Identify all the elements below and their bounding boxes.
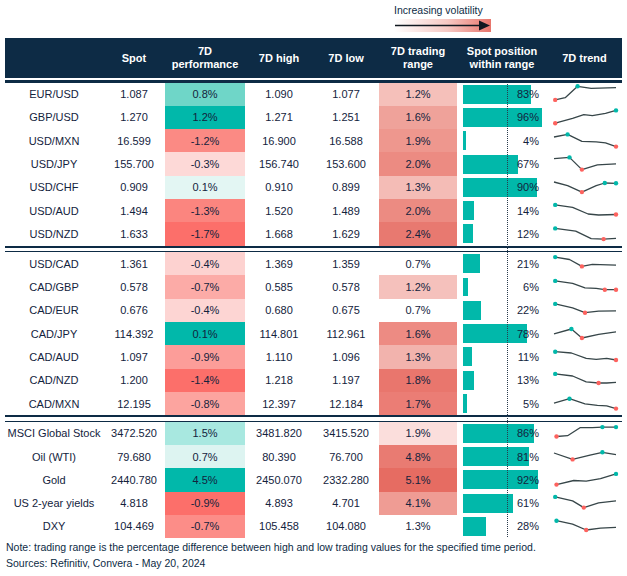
trend-cell [547, 83, 622, 106]
table-block-3: MSCI Global Stock3472.5201.5%3481.820341… [5, 422, 622, 538]
spot-position-label: 22% [517, 304, 539, 316]
trend-sparkline [551, 422, 619, 444]
trend-sparkline [551, 323, 619, 345]
spark-low-dot [596, 381, 600, 385]
trend-sparkline [551, 176, 619, 198]
trend-sparkline [551, 369, 619, 391]
low-value: 4.701 [313, 492, 379, 515]
instrument-label: CAD/AUD [5, 345, 103, 368]
spark-low-dot [613, 358, 617, 362]
spark-high-dot [613, 472, 617, 476]
table-row: CAD/GBP0.578-0.7%0.5850.5781.2%6% [5, 275, 622, 298]
spot-position-cell: 14% [457, 199, 547, 222]
instrument-label: USD/CHF [5, 176, 103, 199]
low-value: 153.600 [313, 152, 379, 175]
trend-cell [547, 199, 622, 222]
spot-value: 1.633 [103, 222, 165, 245]
spark-high-dot [613, 181, 617, 185]
column-header-spot: Spot [103, 52, 165, 65]
trading-range-cell: 0.7% [379, 299, 457, 322]
performance-cell: -1.4% [165, 369, 245, 392]
spot-value: 104.469 [103, 515, 165, 538]
low-value: 0.675 [313, 299, 379, 322]
spark-low-dot [553, 121, 557, 125]
trend-cell [547, 106, 622, 129]
trading-range-cell: 5.1% [379, 468, 457, 491]
spot-value: 0.676 [103, 299, 165, 322]
performance-cell: 0.8% [165, 83, 245, 106]
table-row: GBP/USD1.2701.2%1.2711.2511.6%96% [5, 106, 622, 129]
trading-range-cell: 1.2% [379, 275, 457, 298]
spark-low-dot [602, 288, 606, 292]
performance-cell: 0.7% [165, 445, 245, 468]
spark-high-dot [602, 181, 606, 185]
spark-low-dot [579, 167, 583, 171]
spot-position-cell: 96% [457, 106, 547, 129]
trend-sparkline [551, 446, 619, 468]
low-value: 112.961 [313, 322, 379, 345]
performance-cell: 0.1% [165, 176, 245, 199]
spark-high-dot [554, 519, 558, 523]
spot-position-bar [463, 371, 474, 390]
table-row: DXY104.469-0.7%105.458104.0801.3%28% [5, 515, 622, 538]
spark-high-dot [567, 396, 571, 400]
trend-cell [547, 176, 622, 199]
spot-value: 12.195 [103, 392, 165, 415]
table-row: USD/AUD1.494-1.3%1.5201.4892.0%14% [5, 199, 622, 222]
trend-cell [547, 252, 622, 275]
instrument-label: Gold [5, 468, 103, 491]
instrument-label: USD/MXN [5, 129, 103, 152]
trend-sparkline [551, 276, 619, 298]
table-row: USD/CAD1.361-0.4%1.3691.3590.7%21% [5, 252, 622, 275]
high-value: 1.520 [245, 199, 313, 222]
low-value: 1.489 [313, 199, 379, 222]
high-value: 1.668 [245, 222, 313, 245]
spot-position-cell: 4% [457, 129, 547, 152]
spark-low-dot [613, 144, 617, 148]
low-value: 1.251 [313, 106, 379, 129]
spot-value: 1.270 [103, 106, 165, 129]
trading-range-cell: 4.1% [379, 492, 457, 515]
high-value: 0.910 [245, 176, 313, 199]
spot-position-bar [463, 301, 481, 320]
spot-position-label: 11% [518, 351, 539, 363]
spark-low-dot [613, 212, 617, 216]
spot-value: 1.361 [103, 252, 165, 275]
trading-range-cell: 2.0% [379, 199, 457, 222]
low-value: 2332.280 [313, 468, 379, 491]
high-value: 0.680 [245, 299, 313, 322]
spark-high-dot [553, 372, 557, 376]
column-header-7d-trend: 7D trend [547, 52, 622, 65]
trend-sparkline [551, 130, 619, 152]
spark-low-dot [584, 528, 588, 532]
spot-value: 1.087 [103, 83, 165, 106]
trend-sparkline [551, 83, 619, 105]
spark-high-dot [553, 255, 557, 259]
instrument-label: Oil (WTI) [5, 445, 103, 468]
trend-cell [547, 422, 622, 445]
spot-value: 1.200 [103, 369, 165, 392]
high-value: 1.110 [245, 345, 313, 368]
trend-cell [547, 322, 622, 345]
trading-range-cell: 1.9% [379, 422, 457, 445]
trend-sparkline [551, 253, 619, 275]
spot-position-label: 92% [517, 474, 539, 486]
spark-high-dot [553, 349, 557, 353]
spot-position-label: 67% [517, 158, 539, 170]
instrument-label: CAD/JPY [5, 322, 103, 345]
high-value: 2450.070 [245, 468, 313, 491]
trading-range-cell: 1.2% [379, 83, 457, 106]
table-row: Gold2440.7804.5%2450.0702332.2805.1%92% [5, 468, 622, 491]
spot-position-cell: 67% [457, 152, 547, 175]
column-header-spot-position-within-range: Spot position within range [457, 45, 547, 70]
sources-line: Sources: Refinitiv, Convera - May 20, 20… [6, 557, 205, 569]
spark-low-dot [570, 457, 574, 461]
trend-sparkline [551, 106, 619, 128]
spot-position-cell: 5% [457, 392, 547, 415]
spot-position-cell: 90% [457, 176, 547, 199]
spot-position-cell: 22% [457, 299, 547, 322]
low-value: 1.197 [313, 369, 379, 392]
performance-cell: -1.7% [165, 222, 245, 245]
trend-cell [547, 152, 622, 175]
spot-position-label: 96% [517, 111, 539, 123]
